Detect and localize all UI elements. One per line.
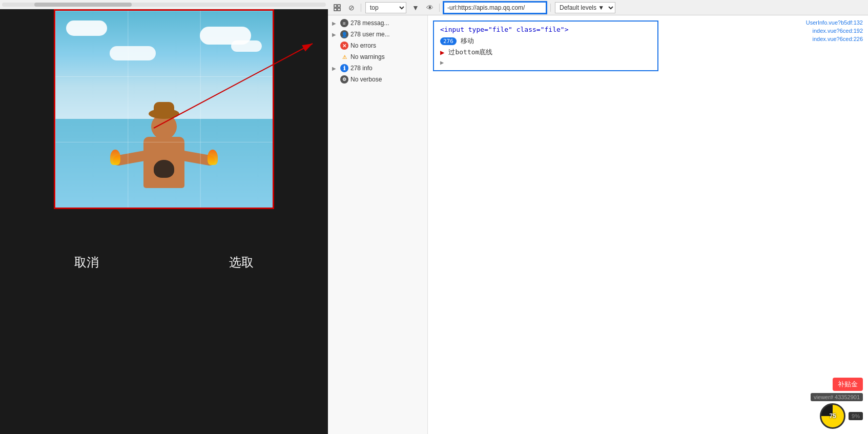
expand-icon-user: ▶ [332, 32, 338, 37]
mobile-preview-panel: 取消 选取 [0, 0, 328, 434]
context-select[interactable]: top [365, 2, 406, 13]
sidebar-item-verbose[interactable]: ⚙ No verbose [328, 74, 427, 85]
svg-rect-3 [338, 5, 340, 7]
popup-text2: 过bottom底线 [448, 48, 492, 57]
verbose-icon: ⚙ [340, 75, 348, 84]
top-scrollbar [0, 0, 328, 9]
cpu-label: 9% [852, 413, 860, 419]
sidebar-item-messages[interactable]: ▶ ≡ 278 messag... [328, 17, 427, 29]
toolbar-sep2 [439, 4, 440, 12]
popup-arrow-indicator: ▶ [440, 48, 444, 56]
subsidy-badge[interactable]: 补贴金 [833, 378, 863, 391]
user-label: 278 user me... [350, 31, 390, 38]
sidebar-item-errors[interactable]: ✕ No errors [328, 40, 427, 51]
inspector-icon[interactable] [332, 3, 342, 13]
grid-overlay [55, 11, 273, 208]
messages-label: 278 messag... [350, 19, 389, 27]
sidebar-item-warnings[interactable]: ⚠ No warnings [328, 51, 427, 63]
console-popup: <input type="file" class="file"> 276 移动 … [433, 20, 658, 71]
sidebar-item-info[interactable]: ▶ ℹ 278 info [328, 63, 427, 74]
popup-code-line: <input type="file" class="file"> [440, 26, 651, 33]
expand-icon: ▶ [332, 20, 338, 26]
toolbar-sep1 [361, 4, 361, 12]
mobile-screen [54, 9, 274, 209]
warnings-label: No warnings [350, 53, 385, 60]
info-icon: ℹ [340, 64, 348, 72]
verbose-label: No verbose [350, 76, 382, 83]
devtools-console: <input type="file" class="file"> 276 移动 … [428, 15, 868, 434]
performance-circle: 75 [820, 403, 845, 429]
popup-row2: ▶ 过bottom底线 [440, 48, 651, 57]
source-link-0[interactable]: UserInfo.vue?b5df:132 [806, 19, 863, 26]
source-link-2[interactable]: index.vue?6ced:226 [806, 36, 863, 42]
svg-rect-4 [334, 8, 337, 11]
performance-value: 75 [829, 412, 836, 420]
svg-rect-2 [334, 5, 337, 7]
error-icon: ✕ [340, 42, 348, 50]
warning-icon: ⚠ [340, 53, 348, 61]
log-level-select[interactable]: Default levels ▼ [555, 2, 615, 13]
cpu-badge: 9% [849, 412, 863, 420]
devtools-sidebar: ▶ ≡ 278 messag... ▶ 👤 278 user me... ✕ N… [328, 15, 428, 434]
popup-text1: 移动 [461, 36, 474, 46]
sidebar-item-user[interactable]: ▶ 👤 278 user me... [328, 29, 427, 40]
user-id-badge: viewer# 43352901 [811, 393, 863, 401]
url-filter-input[interactable] [444, 2, 546, 13]
select-button[interactable]: 选取 [229, 254, 254, 271]
devtools-body: ▶ ≡ 278 messag... ▶ 👤 278 user me... ✕ N… [328, 15, 868, 434]
popup-expand[interactable]: ▶ [440, 59, 651, 66]
bottom-badges: 补贴金 viewer# 43352901 75 9% [811, 378, 863, 429]
expand-icon-info: ▶ [332, 66, 338, 71]
source-links: UserInfo.vue?b5df:132 index.vue?6ced:192… [806, 19, 863, 42]
cancel-button[interactable]: 取消 [74, 254, 99, 271]
block-icon[interactable]: ⊘ [346, 3, 357, 13]
source-link-1[interactable]: index.vue?6ced:192 [806, 28, 863, 34]
context-dropdown-icon[interactable]: ▼ [410, 3, 421, 13]
devtools-panel: ⊘ top ▼ 👁 Default levels ▼ ▶ ≡ 278 messa… [328, 0, 868, 434]
user-icon: 👤 [340, 30, 348, 38]
devtools-toolbar: ⊘ top ▼ 👁 Default levels ▼ [328, 0, 868, 15]
svg-rect-5 [338, 8, 340, 11]
scrollbar-thumb [34, 3, 132, 7]
errors-label: No errors [350, 42, 376, 49]
toolbar-sep3 [550, 4, 551, 12]
popup-badge: 276 [440, 37, 457, 45]
mobile-bottom-bar: 取消 选取 [54, 209, 274, 315]
info-label: 278 info [350, 65, 373, 72]
popup-row1: 276 移动 [440, 36, 651, 46]
messages-icon: ≡ [340, 19, 348, 27]
eye-icon[interactable]: 👁 [425, 3, 435, 13]
scrollbar-track [2, 3, 326, 7]
